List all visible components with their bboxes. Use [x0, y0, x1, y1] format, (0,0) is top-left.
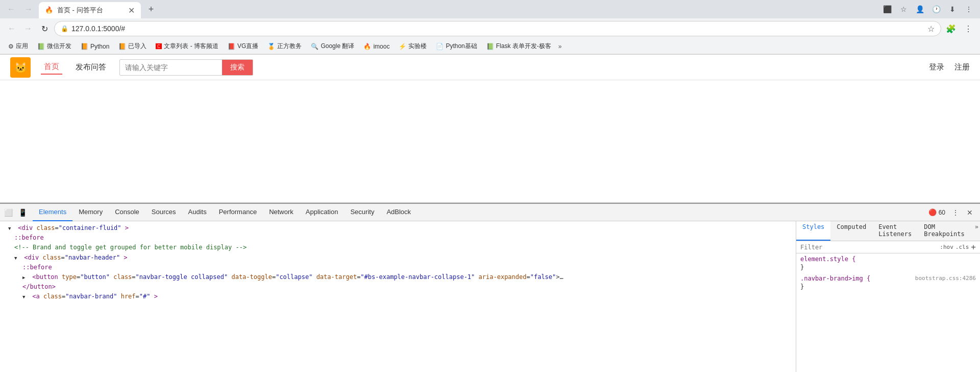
bookmark-vg[interactable]: 📕 VG直播: [224, 41, 262, 52]
style-closing: }: [800, 283, 976, 290]
tab-audits[interactable]: Audits: [182, 204, 213, 221]
bookmark-articles[interactable]: 🅲 文章列表 - 博客频道: [152, 41, 223, 52]
tab-network[interactable]: Network: [263, 204, 300, 221]
menu-button[interactable]: ⋮: [961, 21, 976, 36]
python-basis-icon: 📄: [436, 43, 444, 50]
imported-icon: 📙: [118, 43, 126, 50]
tab-title: 首页 - 问答平台: [57, 6, 124, 15]
profile-icon[interactable]: 👤: [913, 2, 927, 16]
devtools-inspect-icon[interactable]: ⬜: [2, 206, 14, 219]
page-navbar: 🐱 首页 发布问答 搜索 登录 注册: [0, 55, 980, 80]
vg-icon: 📕: [228, 43, 235, 50]
lock-icon: 🔒: [61, 25, 68, 32]
hov-toggle[interactable]: :hov: [940, 244, 953, 250]
site-logo: 🐱: [10, 57, 31, 78]
tab-memory[interactable]: Memory: [72, 204, 109, 221]
bookmark-wechat[interactable]: 📗 微信开发: [33, 41, 76, 52]
nav-back-button[interactable]: ←: [4, 21, 19, 36]
search-button[interactable]: 搜索: [222, 60, 253, 75]
forward-button[interactable]: →: [21, 2, 36, 16]
tab-close-icon[interactable]: ✕: [128, 6, 135, 15]
style-source-link[interactable]: bootstrap.css:4286: [915, 275, 976, 282]
devtools-responsive-icon[interactable]: 📱: [16, 206, 29, 219]
bookmark-python-basis[interactable]: 📄 Python基础: [432, 41, 481, 52]
more-icon[interactable]: ⋮: [962, 2, 976, 16]
filter-input[interactable]: [800, 244, 938, 251]
bookmark-imported[interactable]: 📙 已导入: [114, 41, 151, 52]
style-rule-element: element.style { }: [800, 255, 976, 271]
dom-line: ::before: [0, 233, 796, 243]
devtools: ⬜ 📱 Elements Memory Console Sources Audi…: [0, 203, 980, 372]
zhengfang-icon: 🏅: [267, 43, 275, 50]
register-link[interactable]: 注册: [954, 62, 970, 72]
add-tab-button[interactable]: +: [144, 2, 158, 16]
bookmark-star-icon[interactable]: ☆: [896, 2, 911, 16]
bookmark-label: VG直播: [237, 42, 258, 51]
bookmark-zhengfang[interactable]: 🏅 正方教务: [263, 41, 306, 52]
bookmark-shiyanlou[interactable]: ⚡ 实验楼: [395, 41, 431, 52]
add-style-button[interactable]: +: [971, 242, 976, 252]
bookmark-label: Python基础: [446, 42, 477, 51]
tab-adblock[interactable]: AdBlock: [380, 204, 417, 221]
styles-more-button[interactable]: »: [971, 221, 980, 241]
bookmark-google[interactable]: 🔍 Google 翻译: [307, 41, 358, 52]
tab-favicon: 🔥: [45, 6, 53, 14]
bookmark-label: imooc: [373, 43, 389, 50]
styles-tab-styles[interactable]: Styles: [796, 221, 830, 241]
dom-line: <!-- Brand and toggle get grouped for be…: [0, 243, 796, 252]
error-icon: 🔴: [928, 208, 937, 216]
dom-line: <div class="container-fluid" >: [0, 223, 796, 233]
login-link[interactable]: 登录: [929, 62, 944, 72]
style-closing: }: [800, 264, 976, 271]
bookmark-imooc[interactable]: 🔥 imooc: [359, 42, 394, 51]
styles-tab-event-listeners[interactable]: Event Listeners: [872, 221, 918, 241]
search-input[interactable]: [120, 60, 222, 75]
apps-icon: ⚙: [8, 43, 14, 50]
bookmark-label: 实验楼: [408, 42, 427, 51]
devtools-header: ⬜ 📱 Elements Memory Console Sources Audi…: [0, 204, 980, 221]
style-selector: .navbar-brand>img { bootstrap.css:4286: [800, 275, 976, 282]
tab-console[interactable]: Console: [109, 204, 145, 221]
flask-icon: 📗: [486, 43, 494, 50]
history-icon[interactable]: 🕐: [929, 2, 943, 16]
tab-security[interactable]: Security: [344, 204, 380, 221]
wechat-icon: 📗: [37, 43, 45, 50]
extension-icon[interactable]: 🧩: [943, 21, 959, 36]
python-icon: 📙: [81, 43, 88, 50]
devtools-more-button[interactable]: ⋮: [949, 206, 962, 219]
bookmark-python[interactable]: 📙 Python: [77, 42, 113, 51]
bookmark-flask[interactable]: 📗 Flask 表单开发-极客: [482, 41, 555, 52]
tab-application[interactable]: Application: [300, 204, 345, 221]
back-button[interactable]: ←: [4, 2, 18, 16]
bookmark-label: Python: [90, 43, 109, 50]
style-rule-navbar-brand: .navbar-brand>img { bootstrap.css:4286 }: [800, 275, 976, 290]
star-icon[interactable]: ☆: [927, 24, 935, 34]
cast-icon[interactable]: ⬛: [880, 2, 894, 16]
styles-tab-computed[interactable]: Computed: [830, 221, 872, 241]
dom-line: <button type="button" class="navbar-togg…: [0, 272, 796, 282]
bookmark-label: Google 翻译: [321, 42, 354, 51]
address-input[interactable]: [71, 25, 924, 33]
devtools-close-button[interactable]: ✕: [964, 206, 976, 219]
bookmark-label: 应用: [16, 42, 28, 51]
nav-ask-link[interactable]: 发布问答: [72, 60, 109, 74]
style-selector: element.style {: [800, 255, 976, 263]
browser-chrome: ← → 🔥 首页 - 问答平台 ✕ + ⬛ ☆ 👤 🕐 ⬇ ⋮ ← → ↻ 🔒 …: [0, 0, 980, 55]
bookmark-label: 文章列表 - 博客频道: [164, 42, 218, 51]
tab-elements[interactable]: Elements: [33, 204, 72, 221]
styles-content: element.style { } .navbar-brand>img { bo…: [796, 253, 980, 372]
cls-toggle[interactable]: .cls: [955, 244, 969, 250]
nav-home-link[interactable]: 首页: [41, 60, 62, 75]
nav-forward-button[interactable]: →: [20, 21, 36, 36]
styles-tab-dom-breakpoints[interactable]: DOM Breakpoints: [918, 221, 970, 241]
browser-tab[interactable]: 🔥 首页 - 问答平台 ✕: [39, 2, 141, 18]
download-icon[interactable]: ⬇: [945, 2, 960, 16]
dom-panel: <div class="container-fluid" > ::before …: [0, 221, 796, 372]
tab-performance[interactable]: Performance: [213, 204, 263, 221]
reload-button[interactable]: ↻: [37, 21, 52, 36]
google-icon: 🔍: [311, 43, 318, 50]
tab-sources[interactable]: Sources: [145, 204, 182, 221]
bookmark-apps[interactable]: ⚙ 应用: [4, 41, 32, 52]
bookmark-label: 微信开发: [47, 42, 71, 51]
more-bookmarks-button[interactable]: »: [556, 42, 564, 51]
